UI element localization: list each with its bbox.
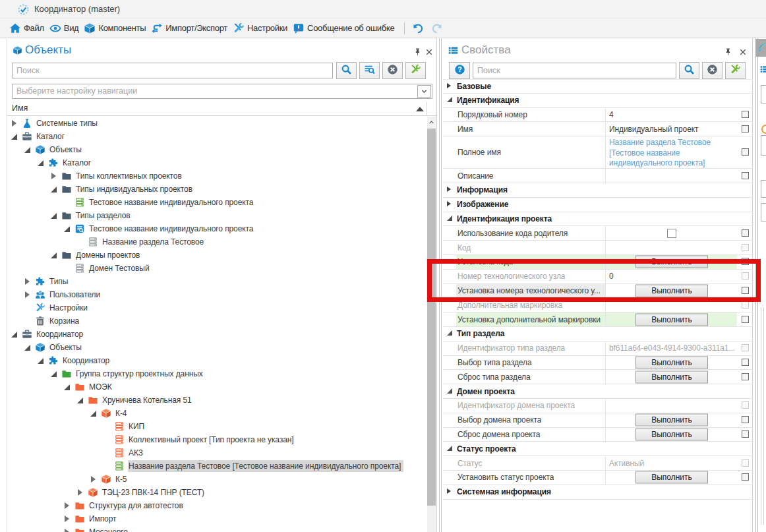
tree-expander[interactable] — [76, 488, 84, 496]
tree-item[interactable]: Коллективный проект [Тип проекта не указ… — [7, 433, 427, 446]
property-value-cell[interactable] — [605, 226, 737, 240]
tree-expander[interactable] — [63, 515, 71, 523]
group-collapsed-icon[interactable] — [447, 488, 451, 494]
property-row[interactable]: Описание — [443, 169, 753, 183]
tree-expander[interactable] — [90, 409, 98, 417]
expander-collapsed-icon[interactable] — [65, 516, 69, 522]
search-button[interactable] — [336, 62, 357, 79]
expander-expanded-icon[interactable] — [64, 384, 70, 390]
tree-expander[interactable] — [24, 291, 32, 299]
row-checkbox[interactable] — [742, 473, 749, 481]
pin-icon[interactable] — [724, 47, 732, 55]
tree-expander[interactable] — [50, 172, 58, 180]
property-value-cell[interactable] — [605, 399, 737, 413]
tree-expander[interactable] — [11, 119, 18, 127]
row-checkbox[interactable] — [742, 172, 749, 179]
menu-item-компоненты[interactable]: Компоненты — [82, 20, 147, 36]
expander-collapsed-icon[interactable] — [51, 173, 56, 179]
row-checkbox[interactable] — [742, 148, 749, 156]
tree-item-content[interactable]: Координатор — [45, 354, 115, 367]
property-row[interactable]: Выбор домена проектаВыполнить — [443, 413, 753, 428]
property-row[interactable]: Использование кода родителя — [443, 226, 753, 241]
group-collapsed-icon[interactable] — [447, 83, 451, 88]
tree-item[interactable]: Координатор — [7, 328, 427, 341]
tree-expander[interactable] — [76, 396, 84, 404]
execute-button[interactable]: Выполнить — [635, 414, 708, 427]
tree-item-content[interactable]: Корзина — [32, 314, 84, 328]
tree-expander[interactable] — [63, 528, 71, 532]
clear-search-button[interactable] — [382, 62, 403, 79]
tree-item-content[interactable]: Каталог — [18, 130, 70, 143]
tree-item[interactable]: Хруничева Котельная 51 — [7, 394, 427, 407]
tree-item-content[interactable]: Типы коллективных проектов — [58, 169, 187, 183]
tree-item-content[interactable]: К-4 — [98, 407, 132, 420]
tree-item[interactable]: КИП — [7, 420, 427, 433]
tree-item-content[interactable]: Хруничева Котельная 51 — [84, 394, 197, 407]
tree-expander[interactable] — [63, 225, 71, 233]
property-group-row[interactable]: Информация — [443, 183, 753, 198]
tree-item[interactable]: Типы — [7, 275, 427, 288]
group-collapsed-icon[interactable] — [447, 187, 451, 192]
column-separator[interactable] — [427, 102, 427, 116]
row-checkbox[interactable] — [742, 373, 749, 380]
property-row[interactable]: Порядковый номер4 — [443, 108, 753, 123]
tree-item[interactable]: Импорт — [7, 512, 427, 525]
row-checkbox[interactable] — [742, 229, 749, 237]
property-group-row[interactable]: Изображение — [443, 198, 753, 212]
tree-item-content[interactable]: Пользователи — [32, 288, 105, 301]
expander-collapsed-icon[interactable] — [12, 120, 16, 127]
tree-expander[interactable] — [50, 212, 58, 220]
tree-item-content[interactable]: Объекты — [32, 143, 87, 156]
property-value-cell[interactable]: Выполнить — [605, 413, 737, 427]
row-checkbox[interactable] — [742, 125, 749, 133]
tree-item-content[interactable]: Объекты — [32, 341, 87, 354]
tree-item[interactable]: Домен Тестовый — [7, 262, 427, 275]
tree-item-content[interactable]: Домены проектов — [58, 249, 145, 262]
expander-expanded-icon[interactable] — [51, 252, 57, 258]
tree-expander[interactable] — [63, 383, 71, 391]
row-checkbox[interactable] — [742, 301, 749, 309]
property-value-cell[interactable]: Выполнить — [605, 312, 737, 326]
row-checkbox[interactable] — [742, 344, 749, 351]
tree-item[interactable]: Тестовое название индивидуального проект… — [7, 196, 427, 209]
expander-collapsed-icon[interactable] — [78, 489, 82, 496]
tree-item-content[interactable]: Типы — [32, 275, 73, 288]
search-settings-button[interactable] — [405, 62, 426, 79]
tree-item[interactable]: Каталог — [7, 130, 427, 143]
chevron-down-icon[interactable] — [417, 85, 431, 98]
close-icon[interactable] — [739, 47, 748, 55]
property-group-row[interactable]: Идентификация — [443, 94, 753, 108]
tree-item-content[interactable]: Группа структур проектных данных — [58, 367, 208, 380]
expander-collapsed-icon[interactable] — [65, 529, 69, 532]
property-group-row[interactable]: Базовые — [443, 79, 753, 94]
tree-expander[interactable] — [50, 185, 58, 193]
property-value-cell[interactable]: Выполнить — [605, 428, 737, 442]
property-row[interactable]: Идентификатор домена проекта — [443, 399, 753, 413]
property-row[interactable]: СтатусАктивный — [443, 456, 753, 471]
tree-item[interactable]: Название раздела Тестовое [Тестовое назв… — [7, 459, 427, 473]
expander-expanded-icon[interactable] — [38, 358, 44, 364]
tree-item[interactable]: Структура для автотестов — [7, 499, 427, 512]
tree-expander[interactable] — [90, 475, 98, 483]
tree-item[interactable]: К-5 — [7, 473, 427, 486]
expander-collapsed-icon[interactable] — [25, 291, 30, 298]
tree-item-content[interactable]: Мосэнерго — [71, 525, 133, 532]
property-value-cell[interactable] — [605, 241, 737, 254]
tree-expander[interactable] — [50, 370, 58, 378]
search-in-results-button[interactable] — [359, 62, 380, 79]
search-settings-button[interactable] — [725, 62, 746, 79]
search-button[interactable] — [679, 62, 699, 79]
row-checkbox[interactable] — [742, 401, 749, 409]
tree-item-content[interactable]: ТЭЦ-23 ПВК-14 ПНР (ТЕСТ) — [84, 486, 210, 499]
tree-item[interactable]: Группа структур проектных данных — [7, 367, 427, 380]
tree-item-content[interactable]: КИП — [111, 420, 150, 433]
tree-column-header[interactable]: Имя — [7, 102, 436, 116]
group-collapsed-icon[interactable] — [447, 201, 451, 206]
property-value-cell[interactable]: bf611a64-e043-4914-9300-a311a1... — [605, 341, 737, 355]
tree-scrollbar[interactable] — [427, 117, 436, 532]
group-expanded-icon[interactable] — [447, 97, 452, 102]
row-checkbox[interactable] — [742, 359, 749, 366]
expander-expanded-icon[interactable] — [11, 332, 17, 338]
tree-expander[interactable] — [24, 146, 32, 154]
property-value-cell[interactable] — [605, 169, 737, 183]
